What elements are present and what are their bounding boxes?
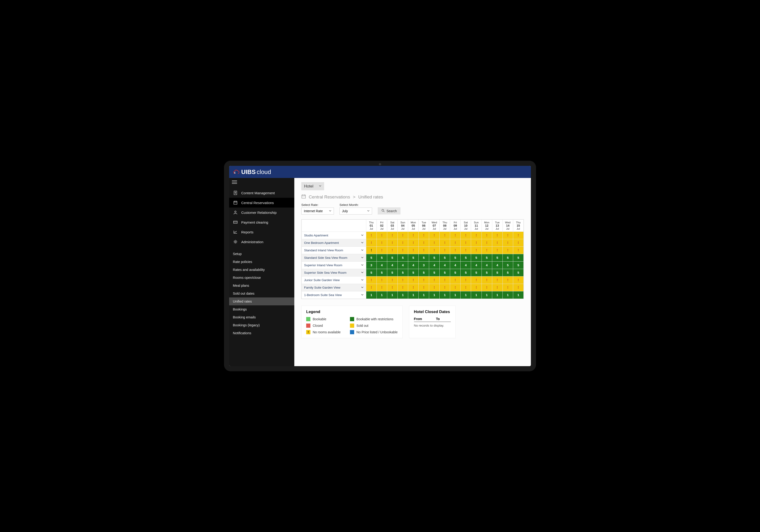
avail-cell-warn[interactable]: ! [513, 284, 523, 291]
avail-cell-warn[interactable]: ! [492, 232, 502, 239]
room-name-cell[interactable]: Superior Inland View Room [302, 262, 366, 269]
avail-cell-count[interactable]: 5 [450, 269, 460, 276]
avail-cell-count[interactable]: 1 [440, 291, 450, 299]
avail-cell-count[interactable]: 4 [492, 262, 502, 269]
avail-cell-warn[interactable]: ! [376, 284, 387, 291]
sub-item[interactable]: Bookings (legacy) [229, 321, 294, 329]
avail-cell-count[interactable]: 4 [471, 262, 482, 269]
avail-cell-warn[interactable]: ! [398, 247, 408, 254]
avail-cell-count[interactable]: 4 [376, 262, 387, 269]
sub-item[interactable]: Unified rates [229, 297, 294, 305]
avail-cell-warn[interactable]: ! [502, 276, 513, 284]
avail-cell-count[interactable]: 5 [471, 254, 482, 262]
avail-cell-count[interactable]: 5 [502, 262, 513, 269]
avail-cell-warn[interactable]: ! [471, 247, 482, 254]
avail-cell-warn[interactable]: ! [398, 276, 408, 284]
avail-cell-warn[interactable]: ! [471, 239, 482, 247]
avail-cell-count[interactable]: 4 [398, 262, 408, 269]
avail-cell-count[interactable]: 5 [513, 262, 523, 269]
avail-cell-count[interactable]: 5 [366, 254, 376, 262]
rate-select-wrap[interactable]: Internet Rate [301, 208, 334, 215]
avail-cell-count[interactable]: 5 [398, 254, 408, 262]
sub-item[interactable]: Sold out dates [229, 290, 294, 297]
avail-cell-count[interactable]: 5 [366, 269, 376, 276]
avail-cell-count[interactable]: 5 [387, 269, 398, 276]
avail-cell-warn[interactable]: ! [429, 239, 440, 247]
avail-cell-count[interactable]: 5 [460, 254, 471, 262]
avail-cell-warn[interactable]: ! [419, 239, 429, 247]
avail-cell-count[interactable]: 5 [419, 269, 429, 276]
avail-cell-warn[interactable]: ! [471, 276, 482, 284]
avail-cell-warn[interactable]: ! [398, 232, 408, 239]
avail-cell-count[interactable]: 1 [408, 291, 418, 299]
avail-cell-count[interactable]: 5 [502, 269, 513, 276]
avail-cell-count[interactable]: 4 [460, 262, 471, 269]
avail-cell-warn[interactable]: ! [513, 276, 523, 284]
avail-cell-count[interactable]: 1 [419, 291, 429, 299]
avail-cell-warn[interactable]: ! [419, 247, 429, 254]
avail-cell-count[interactable]: 5 [408, 269, 418, 276]
avail-cell-warn[interactable]: ! [513, 232, 523, 239]
avail-cell-count[interactable]: 5 [513, 269, 523, 276]
avail-cell-warn[interactable]: ! [376, 239, 387, 247]
avail-cell-warn[interactable]: ! [366, 232, 376, 239]
avail-cell-warn[interactable]: ! [366, 239, 376, 247]
avail-cell-warn[interactable]: ! [471, 232, 482, 239]
avail-cell-count[interactable]: 4 [482, 262, 492, 269]
avail-cell-count[interactable]: 5 [482, 254, 492, 262]
avail-cell-warn[interactable]: ! [482, 247, 492, 254]
room-name-cell[interactable]: Standard Inland View Room [302, 247, 366, 254]
avail-cell-count[interactable]: 1 [492, 291, 502, 299]
avail-cell-count[interactable]: 5 [450, 254, 460, 262]
avail-cell-warn[interactable]: ! [450, 232, 460, 239]
avail-cell-warn[interactable]: ! [482, 284, 492, 291]
avail-cell-count[interactable]: 1 [460, 291, 471, 299]
avail-cell-warn[interactable]: ! [387, 239, 398, 247]
avail-cell-count[interactable]: 5 [419, 254, 429, 262]
avail-cell-count[interactable]: 5 [429, 269, 440, 276]
avail-cell-warn[interactable]: ! [408, 232, 418, 239]
avail-cell-count[interactable]: 5 [440, 269, 450, 276]
hotel-select-wrap[interactable]: Hotel [301, 182, 324, 190]
avail-cell-warn[interactable]: ! [450, 239, 460, 247]
avail-cell-count[interactable]: 4 [440, 262, 450, 269]
avail-cell-warn[interactable]: ! [408, 284, 418, 291]
room-name-cell[interactable]: 1-Bedroom Suite Sea View [302, 291, 366, 299]
sub-item[interactable]: Bookings [229, 305, 294, 313]
avail-cell-count[interactable]: 5 [376, 269, 387, 276]
hotel-select[interactable]: Hotel [301, 182, 324, 190]
avail-cell-warn[interactable]: ! [460, 247, 471, 254]
avail-cell-count[interactable]: 1 [450, 291, 460, 299]
avail-cell-warn[interactable]: ! [408, 247, 418, 254]
avail-cell-warn[interactable]: ! [502, 247, 513, 254]
room-name-cell[interactable]: One Bedroom Apartment [302, 239, 366, 247]
avail-cell-warn[interactable]: ! [502, 239, 513, 247]
room-name-cell[interactable]: Studio Apartment [302, 232, 366, 239]
avail-cell-warn[interactable]: ! [387, 247, 398, 254]
avail-cell-warn[interactable]: ! [376, 276, 387, 284]
avail-cell-count[interactable]: 1 [398, 291, 408, 299]
avail-cell-count[interactable]: 5 [408, 254, 418, 262]
nav-item-doc[interactable]: Content Management [229, 188, 294, 198]
room-name-cell[interactable]: Superior Side Sea View Room [302, 269, 366, 276]
avail-cell-warn[interactable]: ! [429, 276, 440, 284]
avail-cell-warn[interactable]: ! [450, 284, 460, 291]
avail-cell-warn[interactable]: ! [376, 247, 387, 254]
avail-cell-count[interactable]: 1 [471, 291, 482, 299]
avail-cell-warn[interactable]: ! [387, 276, 398, 284]
avail-cell-warn[interactable]: ! [429, 247, 440, 254]
avail-cell-count[interactable]: 1 [502, 291, 513, 299]
avail-cell-warn[interactable]: ! [398, 284, 408, 291]
avail-cell-warn[interactable]: ! [419, 276, 429, 284]
nav-item-user[interactable]: Customer Relationship [229, 208, 294, 217]
avail-cell-count[interactable]: 5 [440, 254, 450, 262]
avail-cell-warn[interactable]: ! [482, 232, 492, 239]
avail-cell-warn[interactable]: ! [387, 284, 398, 291]
avail-cell-count[interactable]: 5 [492, 269, 502, 276]
avail-cell-count[interactable]: 5 [513, 254, 523, 262]
room-name-cell[interactable]: Standard Side Sea View Room [302, 254, 366, 262]
avail-cell-count[interactable]: 1 [482, 291, 492, 299]
avail-cell-count[interactable]: 5 [429, 254, 440, 262]
avail-cell-warn[interactable]: ! [482, 276, 492, 284]
avail-cell-count[interactable]: 1 [376, 291, 387, 299]
